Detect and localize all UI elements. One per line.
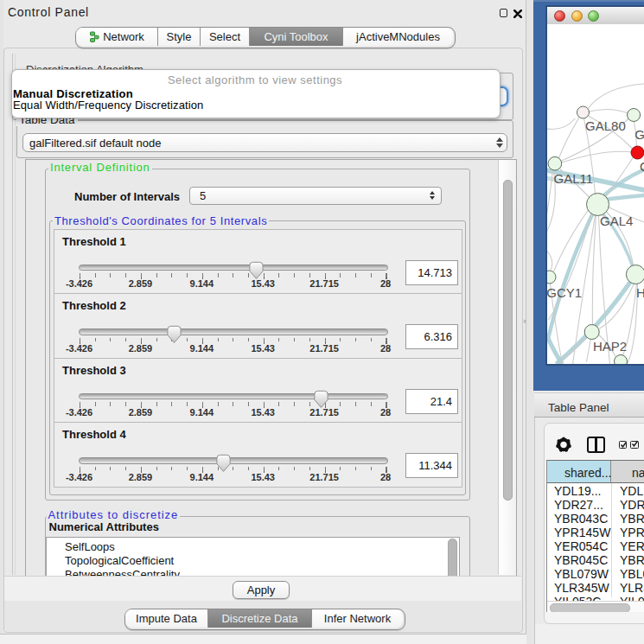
svg-text:HIS: HIS [636, 285, 644, 300]
svg-text:GAL4: GAL4 [600, 214, 633, 228]
svg-text:GCY1: GCY1 [547, 285, 582, 300]
svg-text:G...: G... [634, 127, 644, 142]
svg-text:GAL80: GAL80 [585, 118, 626, 133]
svg-text:CY: CY [640, 159, 644, 174]
svg-text:GAL11: GAL11 [553, 171, 593, 186]
svg-text:HAP2: HAP2 [593, 339, 627, 354]
